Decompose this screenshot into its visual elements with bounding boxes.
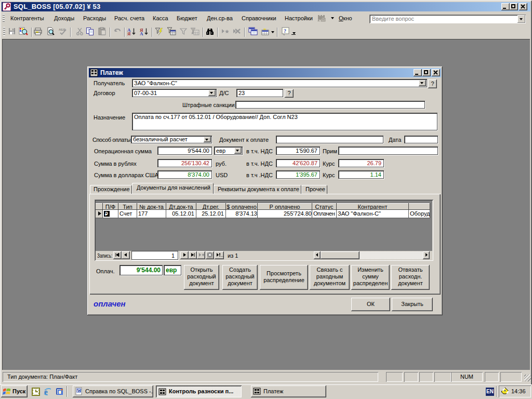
svg-text:W: W [77, 389, 82, 393]
svg-text:?: ? [284, 28, 286, 34]
svg-text:Я: Я [127, 31, 131, 36]
svg-text:А: А [140, 31, 143, 36]
